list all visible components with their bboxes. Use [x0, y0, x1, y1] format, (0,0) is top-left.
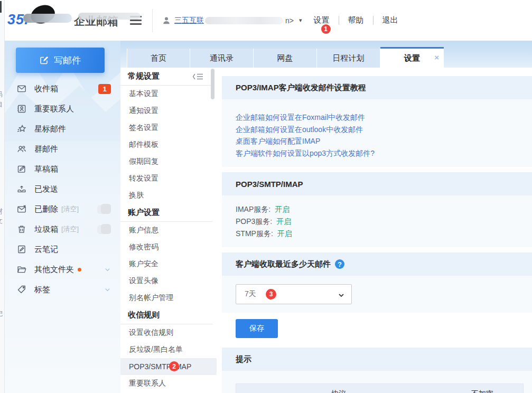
sidebar-item-label: 群邮件: [34, 144, 58, 154]
sidebar-item-label: 收件箱: [34, 84, 58, 94]
tab-schedule[interactable]: 日程计划: [317, 49, 380, 68]
settings-item-basic[interactable]: 基本设置: [120, 86, 217, 102]
tab-label: 通讯录: [210, 53, 234, 63]
service-label: POP3服务:: [236, 217, 272, 226]
menu-item-label: 邮件模板: [129, 140, 158, 149]
settings-item-receiving-rules[interactable]: 设置收信规则: [120, 324, 217, 341]
sent-icon: [17, 184, 26, 194]
settings-item-signature[interactable]: 签名设置: [120, 119, 217, 136]
collapse-menu-icon[interactable]: [192, 72, 204, 81]
edge-text-fragment: 材: [0, 207, 3, 216]
sidebar-item-drafts[interactable]: 草稿箱: [0, 159, 120, 179]
compose-label: 写邮件: [54, 54, 81, 67]
logo-redaction-blur: [23, 14, 72, 23]
deleted-mail-icon: [17, 204, 26, 214]
tutorial-section-header: POP3/IMAP客户端收发邮件设置教程: [222, 76, 532, 99]
settings-menu: 常规设置 基本设置 通知设置 签名设置 邮件模板 假期回复 转发设置 换肤 账户…: [120, 68, 217, 393]
sidebar-item-important-contacts[interactable]: 重要联系人: [0, 99, 120, 119]
settings-item-change-password[interactable]: 修改密码: [120, 239, 217, 256]
settings-item-avatar[interactable]: 设置头像: [120, 273, 217, 289]
folder-hover-buttons[interactable]: [97, 224, 111, 235]
star-icon: [17, 124, 26, 134]
settings-menu-scrollbar[interactable]: [211, 69, 214, 391]
nav-settings-link[interactable]: 设置 1: [313, 14, 331, 26]
header-nav: 设置 1 帮助 退出: [313, 14, 399, 26]
tab-netdisk[interactable]: 网盘: [254, 49, 317, 68]
service-row-pop3: POP3服务:开启: [236, 216, 532, 228]
close-icon[interactable]: [434, 53, 439, 61]
sidebar-item-inbox[interactable]: 收件箱 1: [0, 79, 120, 99]
sidebar-item-label: 垃圾箱: [34, 224, 58, 235]
settings-item-notification[interactable]: 通知设置: [120, 102, 217, 119]
menu-item-label: 重要联系人: [129, 379, 166, 388]
settings-item-important-contacts[interactable]: 重要联系人: [120, 375, 217, 392]
settings-item-alias-accounts[interactable]: 别名帐户管理: [120, 289, 217, 306]
empty-folder-action[interactable]: [清空]: [61, 204, 79, 214]
tutorial-link-outlook[interactable]: 企业邮箱如何设置在outlook中收发邮件: [236, 124, 532, 136]
sidebar-item-sent[interactable]: 已发送: [0, 179, 120, 199]
header-divider: [152, 9, 153, 32]
sidebar-item-other-folders[interactable]: 其他文件夹: [0, 259, 120, 279]
brand-logo: 35. 企业邮箱: [0, 0, 120, 41]
sidebar-item-tags[interactable]: 标签: [0, 279, 120, 300]
service-label: STMP服务:: [236, 229, 273, 238]
top-header: 35. 企业邮箱 三五互联 n> ▾ 设置 1 帮助 退出: [0, 0, 532, 41]
days-select[interactable]: 7天 3: [236, 284, 352, 304]
tab-contacts[interactable]: 通讯录: [190, 49, 254, 68]
settings-item-vacation-reply[interactable]: 假期回复: [120, 153, 217, 170]
nav-help-link[interactable]: 帮助: [347, 14, 365, 26]
service-status: 开启: [275, 205, 290, 213]
chevron-down-icon[interactable]: [104, 266, 111, 273]
scrollbar-thumb[interactable]: [211, 69, 214, 99]
section-title: POP3/SMTP/IMAP: [236, 180, 303, 189]
tutorial-link-imap[interactable]: 桌面客户端如何配置IMAP: [236, 135, 532, 147]
save-button[interactable]: 保存: [236, 319, 278, 338]
user-account-menu[interactable]: 三五互联 n> ▾: [162, 16, 302, 25]
folder-hover-buttons[interactable]: [97, 204, 111, 214]
tab-strip: 首页 通讯录 网盘 日程计划 设置: [120, 41, 532, 68]
folder-icon: [17, 265, 26, 274]
settings-item-skin[interactable]: 换肤: [120, 187, 217, 204]
group-title-label: 常规设置: [128, 71, 160, 81]
settings-item-forwarding[interactable]: 转发设置: [120, 170, 217, 187]
tab-settings[interactable]: 设置: [380, 47, 444, 68]
select-caret-icon: [338, 292, 345, 299]
settings-item-account-info[interactable]: 账户信息: [120, 222, 217, 239]
sidebar-item-cloud-notes[interactable]: 云笔记: [0, 239, 120, 259]
user-email-tail: n>: [285, 16, 294, 25]
tutorial-link-foxmail[interactable]: 企业邮箱如何设置在Foxmail中收发邮件: [236, 111, 532, 124]
sidebar-item-label: 已发送: [34, 184, 58, 194]
menu-item-label: 账户信息: [129, 226, 158, 235]
settings-item-template[interactable]: 邮件模板: [120, 136, 217, 153]
user-email-redaction-blur: [205, 17, 283, 24]
folder-list: 收件箱 1 重要联系人 星标邮件 群邮件: [0, 79, 120, 300]
sidebar-item-label: 重要联系人: [34, 104, 74, 114]
menu-item-label: 别名帐户管理: [129, 293, 173, 303]
tips-section-header: 提示: [222, 348, 532, 371]
sidebar-item-junk[interactable]: 垃圾箱 [清空]: [0, 219, 120, 239]
chevron-down-icon[interactable]: [104, 286, 111, 293]
compose-button[interactable]: 写邮件: [16, 48, 105, 73]
settings-item-antispam[interactable]: 反垃圾/黑白名单: [120, 341, 217, 358]
tutorial-link-pop3[interactable]: 客户端软件如何设置以pop3方式收发邮件?: [236, 147, 532, 160]
tab-label: 首页: [151, 53, 166, 63]
menu-item-label: POP3/SMTP/IMAP: [129, 362, 191, 371]
settings-item-account-security[interactable]: 账户安全: [120, 256, 217, 273]
settings-item-pop3-smtp-imap[interactable]: POP3/SMTP/IMAP 2: [120, 358, 217, 375]
chevron-down-icon[interactable]: ▾: [299, 17, 302, 24]
settings-group-general: 常规设置: [120, 68, 212, 86]
menu-item-label: 设置头像: [129, 276, 158, 286]
menu-item-label: 转发设置: [129, 174, 158, 183]
nav-logout-link[interactable]: 退出: [381, 14, 399, 26]
service-status: 开启: [277, 229, 292, 238]
empty-folder-action[interactable]: [清空]: [61, 224, 79, 234]
sidebar-item-starred[interactable]: 星标邮件: [0, 119, 120, 139]
user-name[interactable]: 三五互联: [174, 16, 204, 25]
sidebar-item-group-mail[interactable]: 群邮件: [0, 139, 120, 159]
sidebar-item-deleted[interactable]: 已删除 [清空]: [0, 199, 120, 219]
protocol-table: 协议 不加密: [236, 383, 524, 393]
help-icon[interactable]: [335, 259, 344, 269]
nav-settings-label: 设置: [314, 15, 330, 24]
settings-group-account: 账户设置: [120, 204, 212, 222]
tab-home[interactable]: 首页: [127, 49, 190, 68]
